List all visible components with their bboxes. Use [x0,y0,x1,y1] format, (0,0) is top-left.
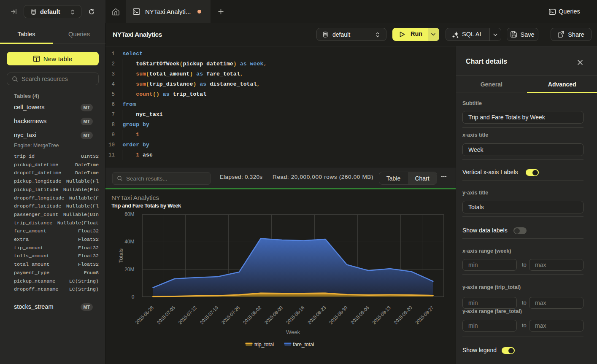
svg-text:2015-09-06: 2015-09-06 [350,305,370,325]
svg-text:0: 0 [132,294,135,300]
svg-text:2015-07-05: 2015-07-05 [156,305,176,325]
svg-text:2015-09-20: 2015-09-20 [393,305,413,325]
svg-text:Totals: Totals [118,248,124,263]
svg-text:2015-06-28: 2015-06-28 [134,305,154,325]
svg-text:2015-07-12: 2015-07-12 [177,305,197,325]
svg-text:trip_total: trip_total [254,342,274,348]
svg-text:2015-08-16: 2015-08-16 [285,305,305,325]
svg-text:2015-07-26: 2015-07-26 [221,305,241,325]
svg-text:40M: 40M [124,239,134,245]
svg-text:2015-08-23: 2015-08-23 [307,305,327,325]
svg-text:2015-07-19: 2015-07-19 [199,305,219,325]
svg-text:2015-08-02: 2015-08-02 [242,305,262,325]
svg-text:20M: 20M [124,267,134,272]
svg-text:2015-09-13: 2015-09-13 [371,305,392,325]
svg-text:2015-09-27: 2015-09-27 [414,305,435,325]
svg-text:fare_total: fare_total [293,342,314,348]
svg-text:Week: Week [286,329,300,335]
svg-text:60M: 60M [124,211,134,217]
svg-text:2015-08-09: 2015-08-09 [264,305,284,325]
svg-text:2015-08-30: 2015-08-30 [328,305,348,325]
